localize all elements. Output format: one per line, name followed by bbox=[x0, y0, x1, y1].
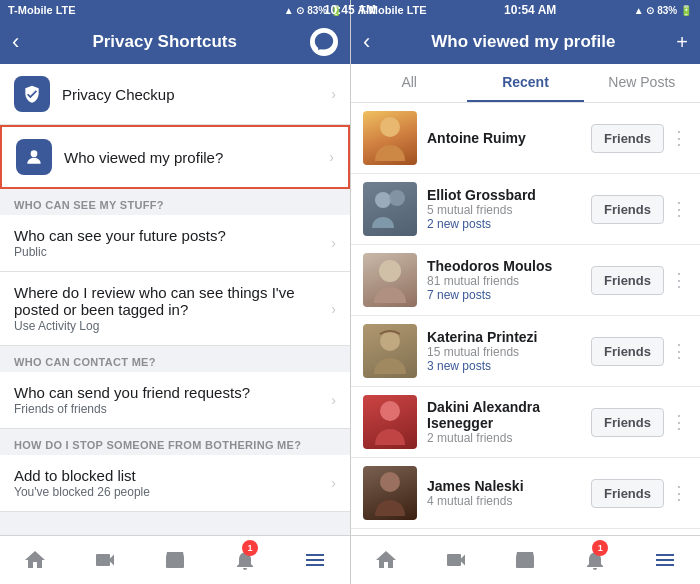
shield-icon bbox=[22, 84, 42, 104]
profile-tabs: All Recent New Posts bbox=[351, 64, 700, 103]
review-tagged-title: Where do I review who can see things I'v… bbox=[14, 284, 331, 318]
review-tagged-item[interactable]: Where do I review who can see things I'v… bbox=[0, 272, 350, 346]
section-header-contact: WHO CAN CONTACT ME? bbox=[0, 346, 350, 372]
dakini-silhouette bbox=[370, 395, 410, 449]
profile-name-antoine: Antoine Ruimy bbox=[427, 130, 591, 146]
menu-list: Privacy Checkup › Who viewed my profile?… bbox=[0, 64, 350, 535]
dots-menu-dakini[interactable]: ⋮ bbox=[670, 411, 688, 433]
messenger-icon[interactable] bbox=[310, 28, 338, 56]
friend-requests-title: Who can send you friend requests? bbox=[14, 384, 331, 401]
profile-item-efi: Efi Friends ⋮ bbox=[351, 529, 700, 535]
svg-point-6 bbox=[380, 401, 400, 421]
privacy-checkup-label: Privacy Checkup bbox=[62, 86, 331, 103]
tab-notifications-right[interactable]: 1 bbox=[560, 536, 630, 584]
chevron-blocked: › bbox=[331, 475, 336, 491]
avatar-katerina bbox=[363, 324, 417, 378]
blocked-list-subtitle: You've blocked 26 people bbox=[14, 485, 331, 499]
profile-name-james: James Naleski bbox=[427, 478, 591, 494]
notif-badge-left: 1 bbox=[242, 540, 258, 556]
battery-right: ▲ ⊙ 83% 🔋 bbox=[634, 5, 692, 16]
dots-menu-james[interactable]: ⋮ bbox=[670, 482, 688, 504]
nav-title-right: Who viewed my profile bbox=[431, 32, 615, 52]
james-silhouette bbox=[370, 466, 410, 520]
chevron-review-tagged: › bbox=[331, 301, 336, 317]
svg-point-1 bbox=[380, 117, 400, 137]
tab-home-left[interactable] bbox=[0, 536, 70, 584]
svg-point-3 bbox=[389, 190, 405, 206]
tab-menu-left[interactable] bbox=[280, 536, 350, 584]
profile-newposts-theo: 7 new posts bbox=[427, 288, 591, 302]
chevron-future-posts: › bbox=[331, 235, 336, 251]
plus-button[interactable]: + bbox=[676, 31, 688, 54]
time-left: 10:45 AM bbox=[324, 3, 350, 17]
back-button-left[interactable]: ‹ bbox=[12, 29, 19, 55]
tab-marketplace-right[interactable] bbox=[491, 536, 561, 584]
tab-all[interactable]: All bbox=[351, 64, 467, 102]
dots-menu-katerina[interactable]: ⋮ bbox=[670, 340, 688, 362]
status-bar-right: T-Mobile LTE 10:54 AM ▲ ⊙ 83% 🔋 bbox=[351, 0, 700, 20]
friends-btn-james[interactable]: Friends bbox=[591, 479, 664, 508]
privacy-icon bbox=[14, 76, 50, 112]
time-right: 10:54 AM bbox=[504, 3, 556, 17]
profile-item-katerina: Katerina Printezi 15 mutual friends 3 ne… bbox=[351, 316, 700, 387]
tab-new-posts[interactable]: New Posts bbox=[584, 64, 700, 102]
profile-item-elliot: Elliot Grossbard 5 mutual friends 2 new … bbox=[351, 174, 700, 245]
video-icon-left bbox=[93, 548, 117, 572]
profile-mutual-james: 4 mutual friends bbox=[427, 494, 591, 508]
katerina-silhouette bbox=[370, 324, 410, 378]
chevron-friend-requests: › bbox=[331, 392, 336, 408]
dots-menu-elliot[interactable]: ⋮ bbox=[670, 198, 688, 220]
profile-name-dakini: Dakini Alexandra Isenegger bbox=[427, 399, 591, 431]
profile-item-theo: Theodoros Moulos 81 mutual friends 7 new… bbox=[351, 245, 700, 316]
tab-recent[interactable]: Recent bbox=[467, 64, 583, 102]
friends-btn-theo[interactable]: Friends bbox=[591, 266, 664, 295]
tab-bar-right: 1 bbox=[351, 535, 700, 584]
friends-btn-katerina[interactable]: Friends bbox=[591, 337, 664, 366]
menu-icon-left bbox=[303, 548, 327, 572]
tab-notifications-left[interactable]: 1 bbox=[210, 536, 280, 584]
dots-menu-antoine[interactable]: ⋮ bbox=[670, 127, 688, 149]
messenger-svg bbox=[313, 31, 335, 53]
friends-btn-elliot[interactable]: Friends bbox=[591, 195, 664, 224]
profile-list: Antoine Ruimy Friends ⋮ Elliot Grossbard… bbox=[351, 103, 700, 535]
future-posts-subtitle: Public bbox=[14, 245, 331, 259]
review-tagged-subtitle: Use Activity Log bbox=[14, 319, 331, 333]
back-button-right[interactable]: ‹ bbox=[363, 29, 370, 55]
nav-bar-left: ‹ Privacy Shortcuts bbox=[0, 20, 350, 64]
marketplace-icon-left bbox=[163, 548, 187, 572]
future-posts-title: Who can see your future posts? bbox=[14, 227, 331, 244]
friends-btn-antoine[interactable]: Friends bbox=[591, 124, 664, 153]
tab-marketplace-left[interactable] bbox=[140, 536, 210, 584]
tab-video-right[interactable] bbox=[421, 536, 491, 584]
person-icon bbox=[24, 147, 44, 167]
profile-mutual-theo: 81 mutual friends bbox=[427, 274, 591, 288]
profile-item-antoine: Antoine Ruimy Friends ⋮ bbox=[351, 103, 700, 174]
tab-video-left[interactable] bbox=[70, 536, 140, 584]
tab-home-right[interactable] bbox=[351, 536, 421, 584]
section-header-block: HOW DO I STOP SOMEONE FROM BOTHERING ME? bbox=[0, 429, 350, 455]
dots-menu-theo[interactable]: ⋮ bbox=[670, 269, 688, 291]
future-posts-item[interactable]: Who can see your future posts? Public › bbox=[0, 215, 350, 272]
tab-menu-right[interactable] bbox=[630, 536, 700, 584]
avatar-dakini bbox=[363, 395, 417, 449]
profile-newposts-katerina: 3 new posts bbox=[427, 359, 591, 373]
friends-btn-dakini[interactable]: Friends bbox=[591, 408, 664, 437]
nav-title-left: Privacy Shortcuts bbox=[92, 32, 237, 52]
marketplace-icon-right bbox=[513, 548, 537, 572]
friend-requests-item[interactable]: Who can send you friend requests? Friend… bbox=[0, 372, 350, 429]
who-viewed-label: Who viewed my profile? bbox=[64, 149, 329, 166]
blocked-list-title: Add to blocked list bbox=[14, 467, 331, 484]
who-viewed-item[interactable]: Who viewed my profile? › bbox=[0, 125, 350, 189]
tab-bar-left: 1 bbox=[0, 535, 350, 584]
profile-mutual-katerina: 15 mutual friends bbox=[427, 345, 591, 359]
menu-icon-right bbox=[653, 548, 677, 572]
privacy-checkup-item[interactable]: Privacy Checkup › bbox=[0, 64, 350, 125]
svg-point-5 bbox=[380, 331, 400, 351]
home-icon-right bbox=[374, 548, 398, 572]
profile-name-katerina: Katerina Printezi bbox=[427, 329, 591, 345]
profile-item-dakini: Dakini Alexandra Isenegger 2 mutual frie… bbox=[351, 387, 700, 458]
svg-point-4 bbox=[379, 260, 401, 282]
blocked-list-item[interactable]: Add to blocked list You've blocked 26 pe… bbox=[0, 455, 350, 512]
profile-newposts-elliot: 2 new posts bbox=[427, 217, 591, 231]
theo-silhouette bbox=[370, 253, 410, 307]
